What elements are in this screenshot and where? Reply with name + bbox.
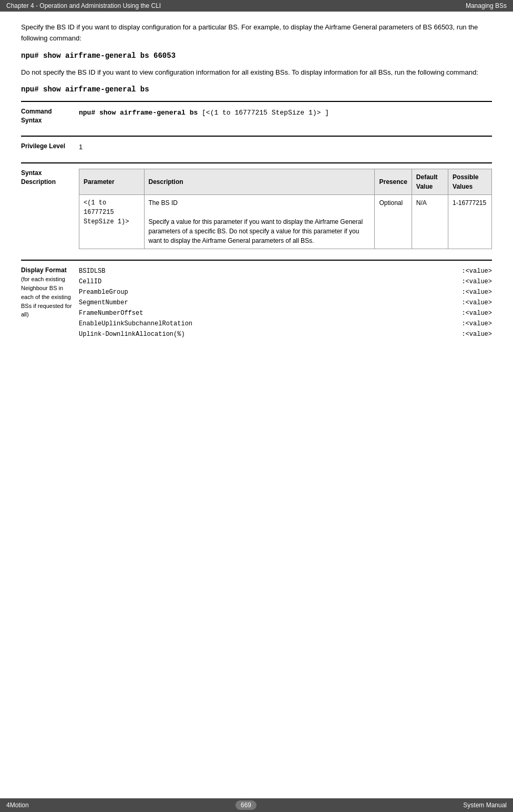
display-field-name: PreambleGroup [79,289,461,296]
display-field-row: CellID:<value> [79,276,492,287]
display-field-name: SegmentNumber [79,299,461,306]
syntax-description-section: Syntax Description Parameter Description… [21,162,492,249]
col-possible-values: Possible Values [448,169,492,195]
command-syntax-normal: [<(1 to 16777215 StepSize 1)> ] [198,109,329,117]
header-left: Chapter 4 - Operation and Administration… [6,2,161,9]
display-format-sublabel: (for each existing Neighbour BS in each … [21,276,72,317]
intro-paragraph-2: Do not specify the BS ID if you want to … [21,67,492,78]
display-field-value: :<value> [461,268,492,275]
display-field-value: :<value> [461,278,492,285]
privilege-level-value: 1 [79,142,492,152]
display-format-title: Display Format [21,266,67,274]
col-default-value: Default Value [412,169,448,195]
intro-command-1: npu# show airframe-general bs 66053 [21,52,492,60]
display-field-name: BSIDLSB [79,268,461,275]
syntax-description-label: Syntax Description [21,169,79,249]
display-field-name: EnableUplinkSubchannelRotation [79,320,461,327]
parameter-table: Parameter Description Presence Default V… [79,169,492,249]
display-field-row: EnableUplinkSubchannelRotation:<value> [79,318,492,329]
page-header: Chapter 4 - Operation and Administration… [0,0,513,12]
display-field-row: FrameNumberOffset:<value> [79,308,492,318]
display-field-row: BSIDLSB:<value> [79,266,492,276]
display-field-row: Uplink-DownlinkAllocation(%):<value> [79,329,492,340]
command-syntax-content: npu# show airframe-general bs [<(1 to 16… [79,107,492,125]
display-field-value: :<value> [461,310,492,317]
command-syntax-label: Command Syntax [21,107,79,125]
cell-default-value: N/A [412,195,448,249]
privilege-level-label: Privilege Level [21,142,79,152]
table-row: <(1 to 16777215 StepSize 1)>The BS IDSpe… [79,195,492,249]
display-field-name: FrameNumberOffset [79,310,461,317]
display-format-label: Display Format (for each existing Neighb… [21,266,79,340]
cell-description: The BS IDSpecify a value for this parame… [144,195,375,249]
col-presence: Presence [375,169,412,195]
cell-presence: Optional [375,195,412,249]
footer-left: 4Motion [6,801,29,809]
privilege-level-section: Privilege Level 1 [21,136,492,152]
display-field-value: :<value> [461,320,492,327]
footer-page-number: 669 [235,800,256,810]
display-field-row: SegmentNumber:<value> [79,297,492,308]
col-description: Description [144,169,375,195]
command-syntax-bold: npu# show airframe-general bs [79,109,198,117]
table-header-row: Parameter Description Presence Default V… [79,169,492,195]
syntax-description-content: Parameter Description Presence Default V… [79,169,492,249]
cell-possible-values: 1-16777215 [448,195,492,249]
display-field-row: PreambleGroup:<value> [79,287,492,297]
intro-paragraph-1: Specify the BS ID if you want to display… [21,22,492,44]
display-field-value: :<value> [461,331,492,338]
intro-command-2: npu# show airframe-general bs [21,85,492,94]
display-format-section: Display Format (for each existing Neighb… [21,260,492,340]
cell-parameter: <(1 to 16777215 StepSize 1)> [79,195,145,249]
footer-right: System Manual [463,801,507,809]
display-field-value: :<value> [461,299,492,306]
display-field-value: :<value> [461,289,492,296]
page-footer: 4Motion 669 System Manual [0,798,513,812]
header-right: Managing BSs [466,2,507,9]
display-format-content: BSIDLSB:<value>CellID:<value>PreambleGro… [79,266,492,340]
page-content: Specify the BS ID if you want to display… [0,12,513,371]
col-parameter: Parameter [79,169,145,195]
command-syntax-section: Command Syntax npu# show airframe-genera… [21,101,492,125]
display-field-name: Uplink-DownlinkAllocation(%) [79,331,461,338]
display-field-name: CellID [79,278,461,285]
